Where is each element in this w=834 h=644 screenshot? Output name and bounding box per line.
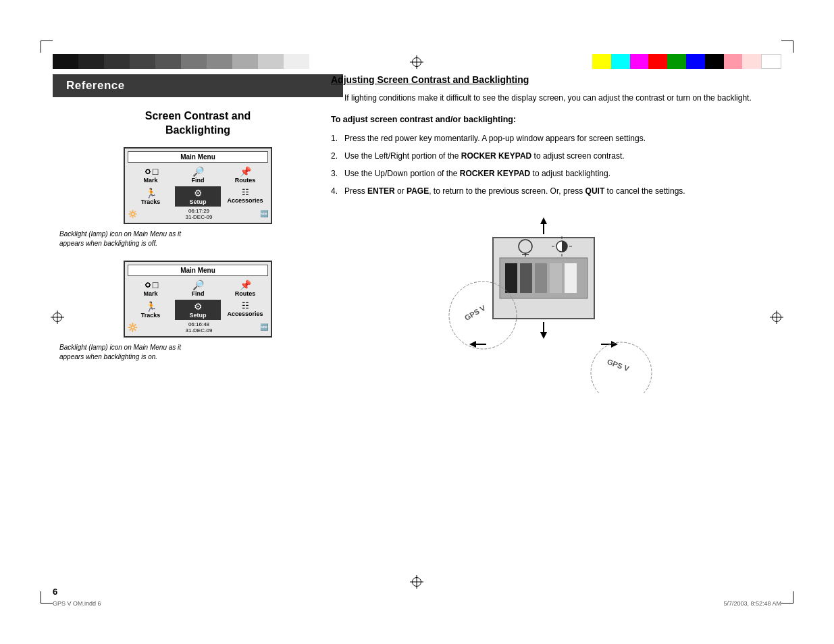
gps-cell-tracks: 🏃 Tracks xyxy=(128,186,174,207)
step-4: 4. Press ENTER or PAGE, to return to the… xyxy=(331,185,790,197)
left-column: Reference Screen Contrast and Backlighti… xyxy=(53,74,343,374)
color-bar-right xyxy=(592,54,781,69)
reference-header: Reference xyxy=(53,74,343,97)
contrast-diagram: GPS V GPS V xyxy=(432,217,689,393)
svg-marker-3 xyxy=(540,332,547,339)
gps-grid-2: ⭘□ Mark 🔎 Find 📌 Routes 🏃 Tracks ⚙ Setup… xyxy=(128,278,268,320)
diagram-area: GPS V GPS V xyxy=(331,217,790,393)
gps-bottom-2: 🔆 06:16:4831-DEC-09 🆕 xyxy=(128,321,268,333)
corner-mark-tr xyxy=(781,41,793,53)
svg-marker-7 xyxy=(611,341,618,348)
step-3: 3. Use the Up/Down portion of the ROCKER… xyxy=(331,167,790,180)
right-column: Adjusting Screen Contrast and Backlighti… xyxy=(331,74,790,393)
gps-screen-1: Main Menu ⭘□ Mark 🔎 Find 📌 Routes 🏃 Trac… xyxy=(124,147,272,224)
page-number: 6 xyxy=(53,587,57,597)
gps-cell-setup: ⚙ Setup xyxy=(175,186,221,207)
corner-mark-bl xyxy=(41,591,53,603)
reg-mark-top xyxy=(410,55,423,69)
gps-cell-tracks-2: 🏃 Tracks xyxy=(128,300,174,320)
svg-text:GPS V: GPS V xyxy=(463,303,488,322)
color-bar-left xyxy=(53,54,309,69)
gps-cell-mark: ⭘□ Mark xyxy=(128,165,174,185)
svg-rect-12 xyxy=(535,263,547,293)
footer-date: 5/7/2003, 8:52:48 AM xyxy=(723,600,781,607)
gps-cell-accessories-2: ☷ Accessories xyxy=(222,300,268,320)
svg-rect-11 xyxy=(520,263,532,293)
gps-cell-accessories: ☷ Accessories xyxy=(222,186,268,207)
reg-mark-bottom xyxy=(410,575,423,589)
gps-grid-1: ⭘□ Mark 🔎 Find 📌 Routes 🏃 Tracks ⚙ Setup xyxy=(128,165,268,207)
gps-screen-2: Main Menu ⭘□ Mark 🔎 Find 📌 Routes 🏃 Trac… xyxy=(124,261,272,338)
svg-rect-14 xyxy=(565,263,577,293)
gps-title-2: Main Menu xyxy=(128,265,268,276)
section-heading: Adjusting Screen Contrast and Backlighti… xyxy=(331,74,790,85)
gps-cell-mark-2: ⭘□ Mark xyxy=(128,278,174,298)
gps-cell-find: 🔎 Find xyxy=(175,165,221,185)
gps-cell-routes-2: 📌 Routes xyxy=(222,278,268,298)
footer-file: GPS V OM.indd 6 xyxy=(53,600,101,607)
svg-marker-1 xyxy=(540,217,547,224)
caption-2: Backlight (lamp) icon on Main Menu as it… xyxy=(53,343,343,362)
step-2: 2. Use the Left/Right portion of the ROC… xyxy=(331,150,790,162)
gps-bottom-1: 🔅 06:17:2931-DEC-09 🆕 xyxy=(128,208,268,220)
gps-title-1: Main Menu xyxy=(128,151,268,163)
intro-text: If lighting conditions make it difficult… xyxy=(331,92,790,104)
steps-list: 1. Press the red power key momentarily. … xyxy=(331,132,790,197)
gps-cell-setup-2: ⚙ Setup xyxy=(175,300,221,320)
svg-text:GPS V: GPS V xyxy=(606,357,631,373)
svg-rect-13 xyxy=(550,263,562,293)
gps-cell-find-2: 🔎 Find xyxy=(175,278,221,298)
corner-mark-br xyxy=(781,591,793,603)
section-title: Screen Contrast and Backlighting xyxy=(53,109,343,138)
svg-rect-10 xyxy=(505,263,517,293)
gps-cell-routes: 📌 Routes xyxy=(222,165,268,185)
sub-heading: To adjust screen contrast and/or backlig… xyxy=(331,115,790,124)
step-1: 1. Press the red power key momentarily. … xyxy=(331,132,790,144)
caption-1: Backlight (lamp) icon on Main Menu as it… xyxy=(53,230,343,248)
corner-mark-tl xyxy=(41,41,53,53)
